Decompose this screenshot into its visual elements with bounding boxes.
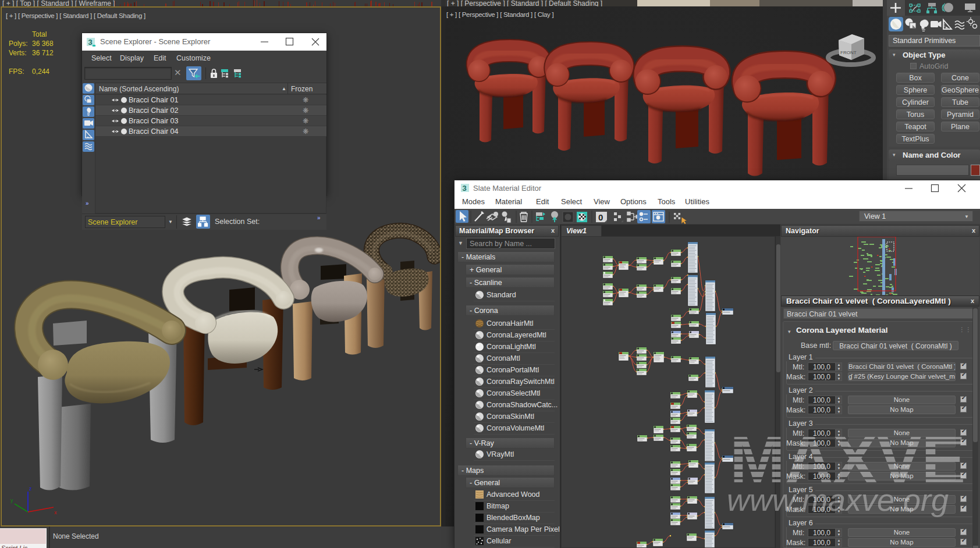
svg-text:0: 0	[598, 212, 603, 222]
svg-text:x: x	[54, 510, 57, 515]
svg-text:3: 3	[463, 184, 467, 193]
svg-text:y: y	[10, 497, 13, 503]
svg-text:3: 3	[88, 38, 93, 47]
svg-text:z: z	[29, 486, 32, 492]
svg-text:FRONT: FRONT	[840, 50, 857, 55]
